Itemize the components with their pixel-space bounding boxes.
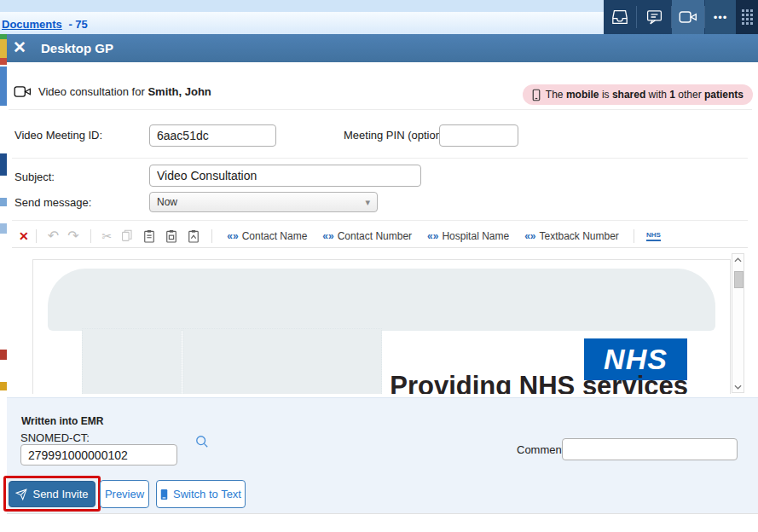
copy-icon[interactable] bbox=[121, 229, 133, 242]
chevron-down-icon: ▾ bbox=[365, 197, 370, 208]
snomed-label: SNOMED-CT: bbox=[20, 431, 90, 444]
inbox-icon[interactable] bbox=[604, 0, 636, 34]
documents-link[interactable]: Documents bbox=[2, 18, 62, 31]
nhs-tagline: Providing NHS services bbox=[390, 371, 688, 394]
more-options-icon[interactable]: ••• bbox=[705, 0, 736, 34]
patient-name: Smith, John bbox=[148, 85, 211, 98]
divider bbox=[12, 220, 748, 221]
subject-label: Subject: bbox=[14, 171, 55, 183]
merge-field-icon: «» bbox=[524, 230, 535, 242]
delete-icon[interactable]: ✕ bbox=[19, 229, 29, 243]
dialog-title: Desktop GP bbox=[41, 41, 113, 55]
video-call-icon[interactable] bbox=[672, 0, 704, 34]
comment-label: Comment: bbox=[517, 443, 568, 456]
cut-icon[interactable]: ✂ bbox=[102, 229, 113, 243]
shared-mobile-badge: The mobile is shared with 1 other patien… bbox=[523, 84, 753, 105]
scroll-down-icon[interactable] bbox=[732, 381, 744, 392]
template-hero-block bbox=[48, 269, 715, 331]
preview-button[interactable]: Preview bbox=[100, 480, 149, 508]
subject-input[interactable] bbox=[149, 165, 421, 187]
scroll-up-icon[interactable] bbox=[732, 254, 744, 265]
editor-scrollbar[interactable] bbox=[732, 253, 744, 393]
mobile-phone-icon bbox=[160, 489, 168, 500]
background-app-fragment bbox=[0, 58, 7, 65]
background-app-fragment bbox=[0, 198, 7, 206]
merge-field-icon: «» bbox=[322, 230, 333, 242]
background-app-fragment bbox=[0, 153, 7, 176]
breadcrumb: Documents - 75 bbox=[2, 18, 88, 31]
undo-icon[interactable]: ↶ bbox=[48, 228, 59, 244]
merge-field-icon: «» bbox=[227, 230, 238, 242]
app-icon-bar: ••• bbox=[604, 0, 758, 34]
video-camera-icon bbox=[14, 85, 32, 98]
close-icon[interactable]: ✕ bbox=[13, 38, 26, 58]
background-app-fragment bbox=[0, 223, 7, 234]
badge-text: The mobile is shared with 1 other patien… bbox=[546, 89, 744, 101]
send-message-label: Send message: bbox=[14, 196, 91, 209]
mobile-phone-icon bbox=[532, 89, 541, 101]
background-app-fragment bbox=[0, 382, 7, 390]
consultation-title-row: Video consultation for Smith, John bbox=[14, 85, 211, 98]
consultation-title: Video consultation for Smith, John bbox=[38, 85, 211, 98]
toolbar-separator bbox=[36, 229, 37, 243]
background-app-fragment bbox=[0, 39, 7, 58]
paper-plane-icon bbox=[15, 489, 27, 500]
meeting-id-label: Video Meeting ID: bbox=[14, 129, 102, 142]
messages-icon[interactable] bbox=[637, 0, 671, 34]
redo-icon[interactable]: ↷ bbox=[67, 228, 78, 244]
editor-toolbar: ✕ ↶ ↷ ✂ «» Contact Name bbox=[12, 224, 748, 248]
meeting-id-input[interactable] bbox=[149, 124, 276, 147]
template-block bbox=[182, 328, 382, 394]
dialog-header bbox=[7, 34, 758, 62]
switch-to-text-button[interactable]: Switch to Text bbox=[156, 480, 246, 508]
merge-field-contact-number[interactable]: «» Contact Number bbox=[322, 230, 412, 242]
search-icon[interactable] bbox=[195, 435, 209, 452]
drag-handle-icon[interactable] bbox=[736, 0, 758, 34]
merge-field-icon: «» bbox=[427, 230, 438, 242]
scrollbar-thumb[interactable] bbox=[734, 271, 744, 288]
toolbar-separator bbox=[211, 229, 212, 243]
send-message-select[interactable]: Now ▾ bbox=[149, 192, 378, 212]
merge-field-textback-number[interactable]: «» Textback Number bbox=[524, 230, 619, 242]
merge-field-contact-name[interactable]: «» Contact Name bbox=[227, 230, 307, 242]
toolbar-separator bbox=[634, 229, 634, 243]
send-invite-button[interactable]: Send Invite bbox=[9, 481, 95, 507]
paste-from-word-icon[interactable] bbox=[165, 229, 177, 243]
paste-icon[interactable] bbox=[143, 229, 155, 243]
desktop-gp-window: Documents - 75 ••• bbox=[0, 0, 758, 532]
documents-count: - 75 bbox=[68, 18, 87, 31]
background-app-fragment bbox=[0, 350, 7, 360]
merge-field-hospital-name[interactable]: «» Hospital Name bbox=[427, 230, 509, 242]
meeting-pin-input[interactable] bbox=[439, 124, 518, 147]
send-message-value: Now bbox=[157, 196, 177, 208]
written-into-emr-label: Written into EMR bbox=[21, 415, 103, 427]
toolbar-separator bbox=[90, 229, 91, 243]
comment-input[interactable] bbox=[562, 438, 738, 460]
template-preview: NHS Providing NHS services bbox=[32, 259, 731, 394]
nhs-template-icon[interactable]: NHS bbox=[646, 231, 661, 241]
background-app-fragment bbox=[0, 66, 7, 106]
paste-plain-text-icon[interactable] bbox=[188, 229, 200, 243]
message-body-editor[interactable]: NHS Providing NHS services bbox=[12, 248, 748, 394]
snomed-input[interactable] bbox=[20, 444, 177, 466]
divider bbox=[9, 109, 752, 110]
divider bbox=[12, 158, 748, 159]
template-block bbox=[82, 328, 182, 394]
